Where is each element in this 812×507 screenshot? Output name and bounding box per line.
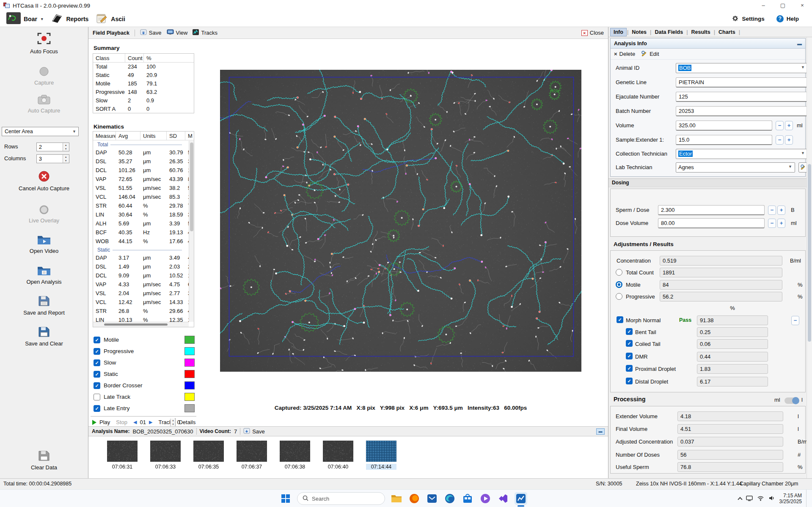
- total-count-radio[interactable]: [616, 269, 622, 276]
- proximal-droplet-checkbox[interactable]: ✓: [626, 365, 633, 372]
- class-checkbox-border-crosser[interactable]: ✓: [94, 382, 100, 389]
- edge-icon[interactable]: [443, 492, 456, 505]
- genetic-line-field[interactable]: PIETRAIN: [676, 77, 808, 88]
- firefox-icon[interactable]: [408, 492, 421, 505]
- class-color-swatch-border-crosser[interactable]: [184, 381, 195, 389]
- class-color-swatch-static[interactable]: [184, 370, 195, 378]
- tab-notes[interactable]: Notes: [629, 28, 650, 36]
- open-analysis-button[interactable]: Open Analysis: [0, 265, 88, 285]
- delete-analysis-button[interactable]: × Delete: [614, 51, 635, 57]
- play-button[interactable]: Play: [99, 419, 110, 425]
- video-thumbnail-4[interactable]: 07:06:37: [237, 441, 267, 478]
- track-stepper[interactable]: 0 ▴▾: [175, 418, 176, 427]
- distal-droplet-checkbox[interactable]: ✓: [626, 378, 633, 384]
- sample-extender-field[interactable]: 15.0: [676, 135, 772, 145]
- animal-id-combobox[interactable]: BOB ▼: [676, 63, 808, 73]
- sperm-per-dose-field[interactable]: 2.300: [658, 205, 765, 215]
- live-overlay-button[interactable]: Live Overlay: [0, 205, 88, 224]
- class-color-swatch-late-track[interactable]: [184, 393, 195, 401]
- start-button[interactable]: [279, 492, 292, 505]
- sample-extender-decrement-button[interactable]: −: [776, 135, 784, 145]
- boar-dropdown-caret[interactable]: ▾: [41, 17, 43, 21]
- file-explorer-icon[interactable]: [390, 492, 403, 505]
- tab-results[interactable]: Results: [688, 28, 713, 36]
- show-desktop-button[interactable]: [806, 490, 808, 507]
- units-toggle[interactable]: [784, 397, 799, 404]
- save-and-clear-button[interactable]: Save and Clear: [0, 326, 88, 347]
- auto-focus-button[interactable]: Auto Focus: [0, 31, 88, 55]
- next-field-button[interactable]: ▶: [149, 419, 152, 425]
- htcasa-taskbar-icon[interactable]: [515, 492, 527, 505]
- coiled-tail-checkbox[interactable]: ✓: [626, 340, 633, 347]
- video-thumbnail-2[interactable]: 07:06:33: [150, 441, 181, 478]
- dose-volume-field[interactable]: 80.00: [658, 218, 765, 228]
- tracks-button[interactable]: Tracks: [193, 29, 217, 36]
- close-window-button[interactable]: ×: [793, 0, 812, 11]
- view-button[interactable]: View: [167, 29, 188, 36]
- bent-tail-checkbox[interactable]: ✓: [626, 328, 633, 335]
- analysis-panel-scrollbar[interactable]: [806, 37, 812, 478]
- save-and-report-button[interactable]: Save and Report: [0, 295, 88, 316]
- help-button[interactable]: ? Help: [773, 14, 803, 24]
- class-checkbox-motile[interactable]: ✓: [94, 337, 100, 343]
- sample-extender-increment-button[interactable]: +: [785, 135, 793, 145]
- columns-spinner-arrows[interactable]: ▴▾: [63, 155, 69, 163]
- sperm-per-dose-decrement-button[interactable]: −: [768, 206, 776, 215]
- edit-analysis-button[interactable]: Edit: [641, 50, 659, 58]
- class-color-swatch-progressive[interactable]: [184, 347, 195, 355]
- morph-normal-checkbox[interactable]: ✓: [617, 316, 623, 323]
- lab-technician-combobox[interactable]: Agnes ▼: [676, 162, 795, 173]
- ascii-button[interactable]: Ascii: [92, 11, 129, 26]
- kinematics-vertical-scrollbar[interactable]: [189, 141, 194, 322]
- settings-button[interactable]: Settings: [728, 14, 768, 25]
- capture-area-select[interactable]: Center Area ▼: [2, 127, 79, 136]
- volume-decrement-button[interactable]: −: [776, 121, 784, 130]
- dose-volume-decrement-button[interactable]: −: [768, 219, 776, 228]
- collection-technician-combobox[interactable]: Ector ▼: [676, 149, 808, 159]
- video-thumbnail-3[interactable]: 07:06:35: [193, 441, 224, 478]
- collapse-analysis-info-button[interactable]: ▬: [797, 41, 802, 46]
- capture-button[interactable]: Capture: [0, 66, 88, 86]
- minimize-button[interactable]: –: [754, 0, 773, 11]
- dmr-checkbox[interactable]: ✓: [626, 353, 633, 359]
- cancel-auto-capture-button[interactable]: Cancel Auto Capture: [0, 170, 88, 192]
- track-spinner-arrows[interactable]: ▴▾: [170, 419, 175, 426]
- class-color-swatch-late-entry[interactable]: [184, 404, 195, 412]
- save-videos-button[interactable]: Save: [243, 428, 265, 435]
- ejaculate-number-field[interactable]: 125: [676, 92, 808, 102]
- collapse-filmstrip-button[interactable]: ▬: [596, 428, 605, 435]
- columns-stepper[interactable]: 3 ▴▾: [36, 154, 69, 163]
- sperm-per-dose-increment-button[interactable]: +: [777, 206, 785, 215]
- dev-app-icon[interactable]: [497, 492, 509, 505]
- dose-volume-increment-button[interactable]: +: [777, 219, 785, 228]
- details-button[interactable]: Details: [179, 419, 195, 425]
- progressive-radio[interactable]: [616, 293, 622, 300]
- save-field-button[interactable]: Save: [140, 29, 162, 36]
- open-video-button[interactable]: Open Video: [0, 234, 88, 254]
- boar-button[interactable]: Boar ▾: [3, 11, 47, 27]
- class-checkbox-static[interactable]: ✓: [94, 371, 100, 378]
- batch-number-field[interactable]: 20253: [676, 106, 808, 116]
- video-thumbnail-7[interactable]: 07:14:44: [366, 441, 396, 478]
- video-thumbnail-5[interactable]: 07:06:38: [280, 441, 310, 478]
- microscopy-field-image[interactable]: [220, 70, 581, 372]
- tab-info[interactable]: Info: [610, 28, 627, 36]
- class-color-swatch-slow[interactable]: [184, 359, 195, 367]
- class-checkbox-slow[interactable]: ✓: [94, 359, 100, 366]
- class-checkbox-late-entry[interactable]: ✓: [94, 405, 100, 412]
- maximize-button[interactable]: ▢: [773, 0, 793, 11]
- volume-increment-button[interactable]: +: [785, 121, 793, 130]
- store-icon[interactable]: [461, 492, 474, 505]
- volume-field[interactable]: 325.00: [676, 121, 772, 131]
- morph-collapse-button[interactable]: −: [791, 316, 799, 325]
- display-tray-icon[interactable]: [746, 495, 753, 502]
- video-thumbnail-6[interactable]: 07:06:40: [323, 441, 353, 478]
- class-checkbox-late-track[interactable]: [94, 394, 100, 400]
- reports-button[interactable]: Reports: [47, 11, 92, 26]
- kinematics-horizontal-scrollbar[interactable]: [93, 322, 189, 327]
- close-field-playback-button[interactable]: × Close: [581, 30, 604, 36]
- clear-data-button[interactable]: Clear Data: [0, 450, 88, 471]
- stop-button[interactable]: Stop: [116, 419, 127, 425]
- volume-tray-icon[interactable]: [768, 495, 775, 502]
- previous-field-button[interactable]: ◀: [133, 419, 137, 425]
